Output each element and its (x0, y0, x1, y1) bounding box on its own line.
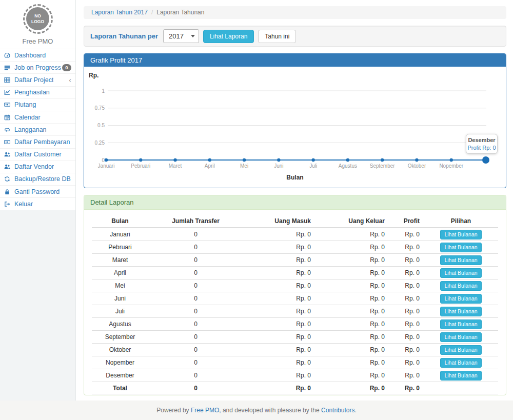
sidebar-item-piutang[interactable]: Piutang (0, 99, 75, 111)
lihat-bulanan-button[interactable]: Lihat Bulanan (440, 371, 481, 381)
table-cell-action (424, 382, 498, 394)
table-cell: 0 (148, 331, 243, 344)
table-cell-action: Lihat Bulanan (424, 318, 498, 331)
lihat-bulanan-button[interactable]: Lihat Bulanan (440, 294, 481, 304)
x-tick-label: Juli (309, 163, 317, 169)
lihat-bulanan-button[interactable]: Lihat Bulanan (440, 255, 481, 265)
table-cell-action: Lihat Bulanan (424, 241, 498, 254)
table-cell: Rp. 0 (315, 331, 389, 344)
lihat-bulanan-button[interactable]: Lihat Bulanan (440, 243, 481, 252)
table-row: Desember0Rp. 0Rp. 0Rp. 0Lihat Bulanan (92, 369, 498, 382)
table-cell: Rp. 0 (389, 267, 424, 279)
sidebar-item-dashboard[interactable]: Dashboard (0, 49, 75, 62)
lihat-bulanan-button[interactable]: Lihat Bulanan (440, 332, 481, 342)
table-cell: Rp. 0 (243, 344, 315, 356)
lock-icon (4, 189, 12, 195)
sidebar-item-job-on-progress[interactable]: Job on Progress0 (0, 62, 75, 74)
sidebar-item-backup-restore-db[interactable]: Backup/Restore DB (0, 173, 75, 186)
table-cell: 0 (148, 369, 243, 382)
table-row: Maret0Rp. 0Rp. 0Rp. 0Lihat Bulanan (92, 254, 498, 267)
table-cell: 0 (148, 356, 243, 369)
data-point[interactable] (208, 158, 211, 162)
contributors-link[interactable]: Contributors (321, 407, 354, 414)
sidebar-item-penghasilan[interactable]: Penghasilan (0, 87, 75, 99)
column-header: Profit (389, 215, 424, 228)
sidebar-item-keluar[interactable]: Keluar (0, 198, 75, 210)
breadcrumb-separator: / (151, 9, 153, 16)
tahun-ini-button[interactable]: Tahun ini (258, 30, 296, 43)
breadcrumb-link[interactable]: Laporan Tahun 2017 (91, 9, 148, 16)
x-tick-label: Mei (240, 163, 248, 169)
lihat-bulanan-button[interactable]: Lihat Bulanan (440, 319, 481, 329)
sidebar-item-label: Ganti Password (14, 188, 60, 195)
table-cell: April (92, 267, 148, 279)
data-point[interactable] (346, 158, 349, 162)
table-cell: 0 (148, 382, 243, 394)
data-point[interactable] (139, 158, 142, 162)
year-select[interactable]: 2017 (163, 29, 199, 43)
chart-tooltip: Desember Profit Rp: 0 (466, 134, 498, 154)
data-point[interactable] (381, 158, 384, 162)
table-cell: 0 (148, 279, 243, 292)
table-cell: 0 (148, 344, 243, 356)
table-cell: Rp. 0 (389, 318, 424, 331)
data-point[interactable] (482, 156, 489, 164)
data-point[interactable] (105, 158, 108, 162)
footer-text: . (354, 407, 356, 414)
retweet-icon (4, 127, 12, 133)
table-row: Nopember0Rp. 0Rp. 0Rp. 0Lihat Bulanan (92, 356, 498, 369)
table-cell: Rp. 0 (315, 356, 389, 369)
sidebar-item-langganan[interactable]: Langganan (0, 124, 75, 136)
table-cell: Rp. 0 (315, 254, 389, 267)
lihat-bulanan-button[interactable]: Lihat Bulanan (440, 281, 481, 291)
y-tick-label: 0 (102, 157, 105, 163)
sidebar-item-ganti-password[interactable]: Ganti Password (0, 186, 75, 198)
table-cell: Rp. 0 (315, 369, 389, 382)
lihat-bulanan-button[interactable]: Lihat Bulanan (440, 307, 481, 316)
x-axis-title: Bulan (84, 174, 506, 181)
column-header: Uang Masuk (243, 215, 315, 228)
table-cell: Rp. 0 (389, 369, 424, 382)
table-cell: Rp. 0 (389, 305, 424, 318)
data-point[interactable] (450, 158, 453, 162)
lihat-laporan-button[interactable]: Lihat Laporan (203, 30, 254, 43)
table-cell: Rp. 0 (389, 292, 424, 305)
x-tick-label: Oktober (408, 163, 426, 169)
brand-name: Free PMO (23, 37, 53, 45)
table-cell: Rp. 0 (389, 228, 424, 241)
calendar-icon (4, 114, 12, 121)
data-point[interactable] (277, 158, 280, 162)
table-cell: Rp. 0 (389, 241, 424, 254)
data-point[interactable] (311, 158, 314, 162)
table-cell: Rp. 0 (389, 331, 424, 344)
x-tick-label: Pebruari (131, 163, 150, 169)
table-cell: Rp. 0 (315, 344, 389, 356)
table-row: Juni0Rp. 0Rp. 0Rp. 0Lihat Bulanan (92, 292, 498, 305)
table-cell: 0 (148, 305, 243, 318)
profit-line-chart[interactable]: 00.250.50.751JanuariPebruariMaretAprilMe… (84, 67, 506, 174)
sidebar-item-label: Daftar Project (14, 76, 53, 84)
table-cell: Maret (92, 254, 148, 267)
data-point[interactable] (173, 158, 176, 162)
sidebar-item-daftar-pembayaran[interactable]: Daftar Pembayaran (0, 136, 75, 148)
lihat-bulanan-button[interactable]: Lihat Bulanan (440, 268, 481, 278)
x-tick-label: Maret (169, 163, 182, 169)
sidebar-item-daftar-vendor[interactable]: Daftar Vendor (0, 161, 75, 173)
table-cell: Rp. 0 (243, 382, 315, 394)
table-row: Mei0Rp. 0Rp. 0Rp. 0Lihat Bulanan (92, 279, 498, 292)
y-tick-label: 0.75 (95, 105, 105, 111)
data-point[interactable] (243, 158, 246, 162)
table-cell: Rp. 0 (389, 356, 424, 369)
table-cell: Total (92, 382, 148, 394)
table-cell-action: Lihat Bulanan (424, 369, 498, 382)
lihat-bulanan-button[interactable]: Lihat Bulanan (440, 345, 481, 355)
free-pmo-link[interactable]: Free PMO (191, 407, 219, 414)
lihat-bulanan-button[interactable]: Lihat Bulanan (440, 358, 481, 368)
sidebar-item-calendar[interactable]: Calendar (0, 111, 75, 124)
data-point[interactable] (415, 158, 418, 162)
sidebar-item-daftar-customer[interactable]: Daftar Customer (0, 149, 75, 161)
table-cell: Rp. 0 (315, 305, 389, 318)
refresh-icon (4, 176, 12, 182)
sidebar-item-daftar-project[interactable]: Daftar Project‹ (0, 74, 75, 86)
lihat-bulanan-button[interactable]: Lihat Bulanan (440, 230, 481, 239)
